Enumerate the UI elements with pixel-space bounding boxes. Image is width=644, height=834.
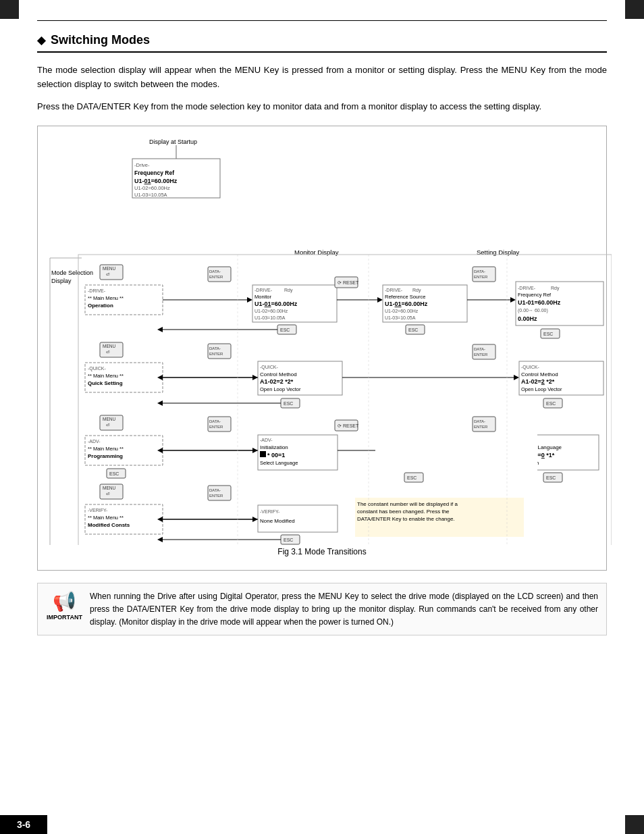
svg-marker-33 — [377, 297, 383, 303]
svg-text:(0.00↔  60.00): (0.00↔ 60.00) — [518, 308, 548, 313]
svg-text:ESC: ESC — [546, 401, 556, 406]
svg-text:ESC: ESC — [407, 475, 417, 480]
corner-decoration-br — [625, 815, 644, 834]
section-title: ◆ Switching Modes — [37, 33, 607, 53]
svg-text:Operation: Operation — [88, 303, 113, 309]
svg-text:Quick Setting: Quick Setting — [88, 380, 123, 386]
svg-text:MENU: MENU — [103, 417, 115, 421]
page-number: 3-6 — [0, 815, 47, 834]
svg-text:None Modified: None Modified — [260, 518, 295, 524]
svg-marker-19 — [247, 297, 252, 303]
svg-text:Open Loop Vector: Open Loop Vector — [260, 386, 301, 392]
svg-text:-QUICK-: -QUICK- — [260, 365, 279, 370]
svg-text:DATA-: DATA- — [209, 419, 221, 423]
svg-marker-88 — [514, 375, 519, 380]
svg-text:-ADV-: -ADV- — [260, 438, 273, 442]
svg-text:ENTER: ENTER — [209, 352, 223, 356]
svg-text:The constant number will be di: The constant number will be displayed if… — [357, 501, 458, 507]
svg-text:** Main Menu **: ** Main Menu ** — [88, 295, 124, 301]
svg-text:ESC: ESC — [284, 538, 293, 542]
svg-text:Reference Source: Reference Source — [385, 294, 425, 300]
svg-marker-37 — [157, 327, 163, 332]
svg-text:-VERIFY-: -VERIFY- — [260, 509, 280, 514]
intro-para2: Press the DATA/ENTER Key from the mode s… — [37, 100, 607, 114]
svg-text:Control Method: Control Method — [521, 371, 558, 377]
svg-text:ENTER: ENTER — [474, 353, 488, 357]
svg-text:** Main Menu **: ** Main Menu ** — [88, 515, 124, 521]
svg-text:MENU: MENU — [103, 486, 115, 490]
svg-text:DATA-: DATA- — [474, 419, 485, 423]
svg-text:U1-02=60.00Hz: U1-02=60.00Hz — [254, 309, 288, 313]
svg-text:-Drive-: -Drive- — [134, 162, 150, 168]
svg-text:DATA-: DATA- — [209, 269, 221, 273]
svg-text:A1-02=2  *2*: A1-02=2 *2* — [521, 378, 555, 385]
svg-text:* 00=1: * 00=1 — [267, 452, 285, 459]
svg-text:U1-03=10.05A: U1-03=10.05A — [254, 315, 286, 320]
startup-label: Display at Startup — [149, 138, 197, 145]
svg-marker-51 — [510, 297, 516, 303]
svg-text:ESC: ESC — [408, 328, 418, 332]
svg-text:⏎: ⏎ — [106, 271, 110, 278]
important-text: When running the Drive after using Digit… — [90, 590, 598, 628]
svg-text:-ADV-: -ADV- — [88, 439, 101, 444]
svg-text:-DRIVE-: -DRIVE- — [88, 288, 106, 293]
svg-text:U1-01=60.00Hz: U1-01=60.00Hz — [254, 301, 298, 307]
svg-text:Programming: Programming — [88, 453, 123, 459]
important-label: IMPORTANT — [47, 614, 82, 621]
svg-text:Rdy: Rdy — [551, 286, 560, 291]
svg-text:ENTER: ENTER — [209, 494, 223, 498]
svg-diagram: Display at Startup -Drive- Frequency Ref… — [45, 133, 599, 547]
svg-text:U1-02=60.00Hz: U1-02=60.00Hz — [134, 185, 170, 191]
svg-marker-83 — [157, 400, 163, 406]
svg-text:DATA-: DATA- — [474, 347, 485, 351]
svg-text:constant has been changed. Pre: constant has been changed. Press the — [357, 509, 450, 515]
svg-text:U1-01=60.00Hz: U1-01=60.00Hz — [134, 178, 178, 184]
svg-text:ESC: ESC — [109, 471, 119, 476]
speaker-icon: 📢 — [53, 590, 76, 613]
svg-text:U1-03=10.05A: U1-03=10.05A — [385, 315, 416, 320]
svg-text:-DRIVE-: -DRIVE- — [518, 286, 536, 290]
svg-text:⟳ RESET: ⟳ RESET — [338, 423, 359, 428]
svg-text:A1-02=2  *2*: A1-02=2 *2* — [260, 378, 294, 385]
svg-text:-DRIVE-: -DRIVE- — [385, 288, 403, 292]
svg-text:Monitor: Monitor — [254, 294, 272, 300]
svg-text:ENTER: ENTER — [474, 275, 488, 279]
corner-decoration-tr — [625, 0, 644, 19]
svg-text:Modified Consts: Modified Consts — [88, 522, 130, 528]
svg-text:Initialization: Initialization — [260, 444, 288, 450]
svg-text:-QUICK-: -QUICK- — [521, 365, 540, 370]
svg-text:DATA-: DATA- — [474, 269, 485, 273]
corner-decoration-tl — [0, 0, 19, 19]
svg-text:Rdy: Rdy — [412, 288, 421, 293]
svg-marker-162 — [157, 537, 163, 542]
svg-text:-VERIFY-: -VERIFY- — [88, 508, 108, 513]
svg-text:** Main Menu **: ** Main Menu ** — [88, 373, 124, 379]
top-rule — [37, 20, 607, 21]
svg-text:ESC: ESC — [284, 401, 293, 406]
svg-text:U1-01=60.00Hz: U1-01=60.00Hz — [518, 299, 561, 306]
svg-text:ESC: ESC — [543, 332, 553, 336]
svg-text:⏎: ⏎ — [106, 490, 110, 497]
svg-text:** Main Menu **: ** Main Menu ** — [88, 446, 124, 452]
svg-text:MENU: MENU — [103, 266, 115, 271]
svg-text:ENTER: ENTER — [474, 425, 488, 429]
svg-text:-QUICK-: -QUICK- — [88, 366, 107, 371]
svg-text:Frequency Ref: Frequency Ref — [518, 292, 552, 298]
svg-text:Open Loop Vector: Open Loop Vector — [521, 386, 562, 392]
svg-text:U1-03=10.05A: U1-03=10.05A — [134, 192, 167, 198]
svg-text:⟳ RESET: ⟳ RESET — [338, 280, 359, 285]
important-box: 📢 IMPORTANT When running the Drive after… — [37, 583, 607, 635]
svg-text:Display: Display — [51, 278, 72, 284]
section-title-text: Switching Modes — [51, 33, 150, 47]
svg-text:-DRIVE-: -DRIVE- — [254, 288, 273, 292]
diagram-container: Display at Startup -Drive- Frequency Ref… — [37, 126, 607, 571]
svg-text:Frequency Ref: Frequency Ref — [134, 170, 174, 176]
intro-para1: The mode selection display will appear w… — [37, 63, 607, 92]
svg-text:Control Method: Control Method — [260, 371, 297, 377]
svg-rect-141 — [375, 434, 537, 471]
svg-text:DATA-: DATA- — [209, 346, 221, 350]
svg-text:U1-01=60.00Hz: U1-01=60.00Hz — [385, 301, 428, 307]
svg-text:⏎: ⏎ — [106, 348, 110, 355]
svg-text:DATA-: DATA- — [209, 488, 221, 492]
svg-text:DATA/ENTER Key to enable the c: DATA/ENTER Key to enable the change. — [357, 516, 455, 522]
